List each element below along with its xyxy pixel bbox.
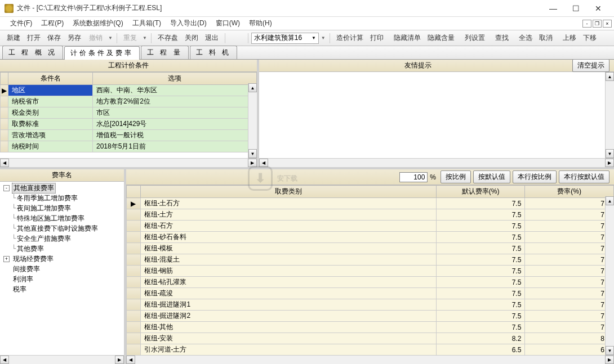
toolbar-另存[interactable]: 另存 — [64, 33, 84, 43]
tab-2[interactable]: 工 程 量 — [141, 46, 189, 59]
rate-grid[interactable]: 取费类别 默认费率(%) 费率(%) ▶枢纽-土石方7.57.5枢纽-土方7.5… — [126, 185, 614, 355]
minimize-button[interactable]: — — [542, 1, 564, 16]
menu-item-1[interactable]: 工程(P) — [37, 18, 68, 28]
toolbar-隐藏清单[interactable]: 隐藏清单 — [390, 33, 424, 43]
tree-expand-icon[interactable]: + — [3, 256, 10, 262]
tree-node[interactable]: +现场经费费率 — [1, 254, 123, 264]
rate-hscroll[interactable]: ◀ ▶ — [126, 355, 614, 364]
conditions-row[interactable]: 取费标准水总[2014]429号 — [1, 119, 257, 130]
rate-row[interactable]: 枢纽-疏浚7.57.5 — [127, 288, 614, 299]
rate-row[interactable]: ▶枢纽-土石方7.57.5 — [127, 198, 614, 209]
tree-node[interactable]: -其他直接费率 — [1, 183, 123, 193]
tree-node[interactable]: └安全生产措施费率 — [1, 233, 123, 244]
mdi-minimize[interactable]: - — [582, 20, 591, 28]
rate-col-rate[interactable]: 费率(%) — [525, 186, 614, 198]
rate-row[interactable]: 枢纽-掘进隧洞17.57.5 — [127, 299, 614, 311]
rate-row[interactable]: 枢纽-混凝土7.57.5 — [127, 254, 614, 266]
conditions-grid[interactable]: 条件名 选项 ▶地区西南、中南、华东区纳税省市地方教育2%留2位税金类别市区取费… — [0, 72, 257, 152]
tree-node[interactable]: └夜间施工增加费率 — [1, 203, 123, 213]
conditions-hscroll[interactable]: ◀ ▶ — [0, 158, 257, 167]
tree-node[interactable]: └特殊地区施工增加费率 — [1, 213, 123, 223]
undo-dropdown-arrow[interactable]: ▼ — [107, 35, 114, 41]
scroll-left-icon[interactable]: ◀ — [0, 159, 9, 167]
tree-hscroll[interactable]: ◀ ▶ — [0, 355, 124, 364]
toolbar-打开[interactable]: 打开 — [24, 33, 44, 43]
tree-node[interactable]: 利润率 — [1, 274, 123, 284]
rate-row[interactable]: 引水河道-土方6.56.5 — [127, 344, 614, 356]
rate-col-default[interactable]: 默认费率(%) — [436, 186, 525, 198]
scroll-right-icon[interactable]: ▶ — [115, 356, 124, 364]
menu-item-2[interactable]: 系统数据维护(Q) — [68, 18, 127, 28]
scroll-up-icon[interactable]: ▲ — [606, 72, 614, 81]
conditions-row[interactable]: 纳税时间2018年5月1日前 — [1, 141, 257, 152]
scroll-left-icon[interactable]: ◀ — [126, 356, 135, 364]
tab-3[interactable]: 工 料 机 — [190, 46, 238, 59]
scroll-down-icon[interactable]: ▼ — [248, 149, 257, 158]
scroll-right-icon[interactable]: ▶ — [605, 159, 614, 167]
tab-1[interactable]: 计价条件及费率 — [64, 46, 140, 60]
menu-item-0[interactable]: 文件(F) — [6, 18, 37, 28]
rate-btn-1[interactable]: 按默认值 — [473, 170, 510, 183]
toolbar-不存盘[interactable]: 不存盘 — [154, 33, 181, 43]
scroll-up-icon[interactable]: ▲ — [606, 196, 614, 205]
conditions-scrollbar[interactable]: ▲ ▼ — [248, 83, 257, 158]
scroll-left-icon[interactable]: ◀ — [259, 159, 268, 167]
rate-btn-3[interactable]: 本行按默认值 — [559, 170, 609, 183]
template-dropdown-ext[interactable]: ▼ — [320, 35, 327, 41]
clear-tips-button[interactable]: 清空提示 — [572, 60, 609, 72]
rate-col-category[interactable]: 取费类别 — [140, 186, 436, 198]
rate-row[interactable]: 枢纽-模板7.57.5 — [127, 243, 614, 254]
rate-row[interactable]: 枢纽-土方7.57.5 — [127, 209, 614, 221]
toolbar-列设置[interactable]: 列设置 — [461, 33, 488, 43]
rate-row[interactable]: 枢纽-其他7.57.5 — [127, 322, 614, 333]
conditions-col-name[interactable]: 条件名 — [8, 73, 93, 85]
toolbar-上移[interactable]: 上移 — [559, 33, 580, 43]
tree-node[interactable]: 间接费率 — [1, 264, 123, 274]
redo-dropdown-arrow[interactable]: ▼ — [141, 35, 148, 41]
scroll-down-icon[interactable]: ▼ — [606, 346, 614, 355]
rate-scrollbar[interactable]: ▲ ▼ — [605, 196, 614, 355]
conditions-row[interactable]: ▶地区西南、中南、华东区 — [1, 85, 257, 96]
toolbar-隐藏含量[interactable]: 隐藏含量 — [424, 33, 458, 43]
tips-hscroll[interactable]: ◀ ▶ — [259, 158, 614, 167]
toolbar-新建[interactable]: 新建 — [3, 33, 24, 43]
scroll-right-icon[interactable]: ▶ — [248, 159, 257, 167]
maximize-button[interactable]: ☐ — [564, 1, 587, 16]
toolbar-退出[interactable]: 退出 — [202, 33, 222, 43]
tree-expand-icon[interactable]: - — [3, 185, 10, 191]
menu-item-3[interactable]: 工具箱(T) — [128, 18, 166, 28]
redo-button[interactable]: 重复 — [120, 32, 140, 44]
scroll-left-icon[interactable]: ◀ — [0, 356, 9, 364]
toolbar-全选[interactable]: 全选 — [515, 33, 536, 43]
conditions-row[interactable]: 营改增选项增值税一般计税 — [1, 130, 257, 141]
conditions-row[interactable]: 纳税省市地方教育2%留2位 — [1, 96, 257, 107]
tree-node[interactable]: └其他费率 — [1, 244, 123, 254]
scroll-down-icon[interactable]: ▼ — [606, 149, 614, 158]
rate-btn-2[interactable]: 本行按比例 — [513, 170, 557, 183]
rate-percent-input[interactable] — [399, 172, 428, 182]
rate-row[interactable]: 枢纽-石方7.57.5 — [127, 221, 614, 232]
tips-scrollbar[interactable]: ▲ ▼ — [605, 72, 614, 158]
conditions-row[interactable]: 税金类别市区 — [1, 107, 257, 119]
rate-row[interactable]: 枢纽-安装8.28.2 — [127, 333, 614, 344]
rate-row[interactable]: 枢纽-钻孔灌浆7.57.5 — [127, 277, 614, 288]
menu-item-4[interactable]: 导入导出(D) — [166, 18, 211, 28]
template-dropdown[interactable]: 水利建筑预算16 ▼ — [251, 33, 319, 44]
tree-node[interactable]: └其他直接费下临时设施费率 — [1, 223, 123, 233]
close-button[interactable]: ✕ — [587, 1, 609, 16]
mdi-restore[interactable]: ❐ — [593, 20, 602, 28]
menu-item-6[interactable]: 帮助(H) — [244, 18, 277, 28]
toolbar-取消[interactable]: 取消 — [536, 33, 556, 43]
tab-0[interactable]: 工 程 概 况 — [2, 46, 63, 59]
toolbar-查找[interactable]: 查找 — [492, 33, 512, 43]
rate-tree[interactable]: -其他直接费率└冬雨季施工增加费率└夜间施工增加费率└特殊地区施工增加费率└其他… — [0, 182, 124, 355]
scroll-up-icon[interactable]: ▲ — [248, 83, 257, 92]
tree-node[interactable]: 税率 — [1, 284, 123, 294]
toolbar-打印[interactable]: 打印 — [367, 33, 387, 43]
undo-button[interactable]: 撤销 — [86, 32, 106, 44]
menu-item-5[interactable]: 窗口(W) — [211, 18, 244, 28]
toolbar-下移[interactable]: 下移 — [580, 33, 600, 43]
rate-row[interactable]: 枢纽-砂石备料7.57.5 — [127, 232, 614, 243]
conditions-col-value[interactable]: 选项 — [93, 73, 257, 85]
tree-node[interactable]: └冬雨季施工增加费率 — [1, 193, 123, 203]
